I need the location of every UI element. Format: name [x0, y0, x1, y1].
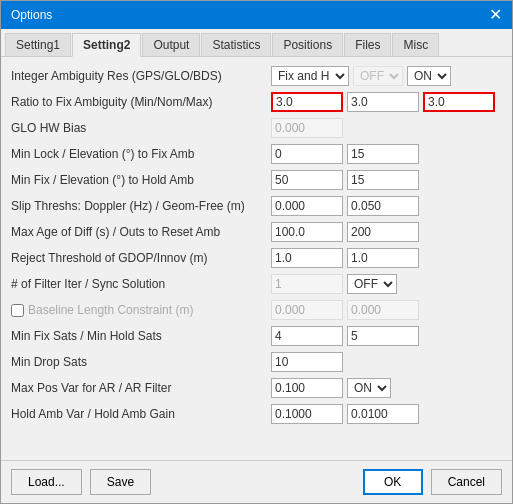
input-min-fix-elevation-1[interactable]: [347, 170, 419, 190]
controls-hold-amb-var: [271, 404, 419, 424]
tab-setting1[interactable]: Setting1: [5, 33, 71, 56]
controls-baseline-length: [271, 300, 419, 320]
controls-filter-iter: OFF: [271, 274, 397, 294]
input-max-age-0[interactable]: [271, 222, 343, 242]
row-min-fix-elevation: Min Fix / Elevation (°) to Hold Amb: [11, 169, 502, 191]
tab-setting2[interactable]: Setting2: [72, 33, 141, 57]
row-filter-iter: # of Filter Iter / Sync SolutionOFF: [11, 273, 502, 295]
input-max-pos-var-0[interactable]: [271, 378, 343, 398]
tab-bar: Setting1Setting2OutputStatisticsPosition…: [1, 29, 512, 57]
window-title: Options: [11, 8, 52, 22]
select-filter-iter-1[interactable]: OFF: [347, 274, 397, 294]
select-integer-ambiguity-2[interactable]: ON: [407, 66, 451, 86]
cancel-button[interactable]: Cancel: [431, 469, 502, 495]
input-glo-hw-bias-0: [271, 118, 343, 138]
controls-integer-ambiguity: Fix and HOFFON: [271, 66, 451, 86]
controls-reject-threshold: [271, 248, 419, 268]
input-min-fix-sats-1[interactable]: [347, 326, 419, 346]
input-min-fix-elevation-0[interactable]: [271, 170, 343, 190]
input-min-drop-sats-0[interactable]: [271, 352, 343, 372]
input-reject-threshold-0[interactable]: [271, 248, 343, 268]
select-max-pos-var-1[interactable]: ON: [347, 378, 391, 398]
controls-slip-threshs: [271, 196, 419, 216]
controls-ratio-fix: [271, 92, 495, 112]
checkbox-baseline-length[interactable]: [11, 304, 24, 317]
footer-left: Load... Save: [11, 469, 151, 495]
controls-min-fix-elevation: [271, 170, 419, 190]
tab-misc[interactable]: Misc: [392, 33, 439, 56]
row-integer-ambiguity: Integer Ambiguity Res (GPS/GLO/BDS)Fix a…: [11, 65, 502, 87]
title-bar: Options ✕: [1, 1, 512, 29]
save-button[interactable]: Save: [90, 469, 151, 495]
row-max-pos-var: Max Pos Var for AR / AR FilterON: [11, 377, 502, 399]
input-hold-amb-var-0[interactable]: [271, 404, 343, 424]
tab-positions[interactable]: Positions: [272, 33, 343, 56]
input-baseline-length-0: [271, 300, 343, 320]
input-reject-threshold-1[interactable]: [347, 248, 419, 268]
input-min-lock-elevation-0[interactable]: [271, 144, 343, 164]
row-ratio-fix: Ratio to Fix Ambiguity (Min/Nom/Max): [11, 91, 502, 113]
load-button[interactable]: Load...: [11, 469, 82, 495]
tab-output[interactable]: Output: [142, 33, 200, 56]
row-hold-amb-var: Hold Amb Var / Hold Amb Gain: [11, 403, 502, 425]
input-slip-threshs-1[interactable]: [347, 196, 419, 216]
row-min-fix-sats: Min Fix Sats / Min Hold Sats: [11, 325, 502, 347]
row-slip-threshs: Slip Threshs: Doppler (Hz) / Geom-Free (…: [11, 195, 502, 217]
controls-max-age: [271, 222, 419, 242]
input-min-fix-sats-0[interactable]: [271, 326, 343, 346]
input-baseline-length-1: [347, 300, 419, 320]
controls-min-drop-sats: [271, 352, 343, 372]
select-integer-ambiguity-1: OFF: [353, 66, 403, 86]
close-button[interactable]: ✕: [489, 7, 502, 23]
input-ratio-fix-0[interactable]: [271, 92, 343, 112]
controls-min-fix-sats: [271, 326, 419, 346]
settings-content: Integer Ambiguity Res (GPS/GLO/BDS)Fix a…: [1, 57, 512, 460]
footer: Load... Save OK Cancel: [1, 460, 512, 503]
row-min-lock-elevation: Min Lock / Elevation (°) to Fix Amb: [11, 143, 502, 165]
input-min-lock-elevation-1[interactable]: [347, 144, 419, 164]
input-ratio-fix-1[interactable]: [347, 92, 419, 112]
tab-files[interactable]: Files: [344, 33, 391, 56]
input-hold-amb-var-1[interactable]: [347, 404, 419, 424]
input-max-age-1[interactable]: [347, 222, 419, 242]
options-window: Options ✕ Setting1Setting2OutputStatisti…: [0, 0, 513, 504]
ok-button[interactable]: OK: [363, 469, 423, 495]
row-min-drop-sats: Min Drop Sats: [11, 351, 502, 373]
controls-min-lock-elevation: [271, 144, 419, 164]
controls-glo-hw-bias: [271, 118, 343, 138]
select-integer-ambiguity-0[interactable]: Fix and H: [271, 66, 349, 86]
tab-statistics[interactable]: Statistics: [201, 33, 271, 56]
row-reject-threshold: Reject Threshold of GDOP/Innov (m): [11, 247, 502, 269]
controls-max-pos-var: ON: [271, 378, 391, 398]
input-ratio-fix-2[interactable]: [423, 92, 495, 112]
input-slip-threshs-0[interactable]: [271, 196, 343, 216]
input-filter-iter-0: [271, 274, 343, 294]
row-max-age: Max Age of Diff (s) / Outs to Reset Amb: [11, 221, 502, 243]
row-glo-hw-bias: GLO HW Bias: [11, 117, 502, 139]
row-baseline-length: Baseline Length Constraint (m): [11, 299, 502, 321]
